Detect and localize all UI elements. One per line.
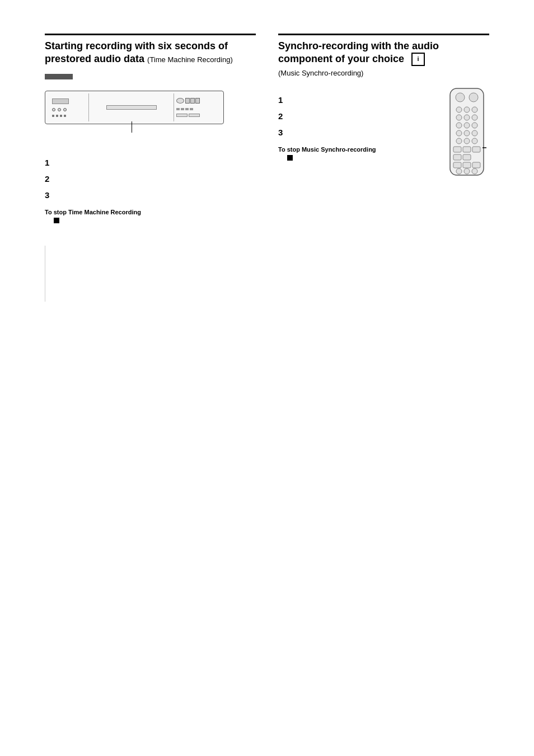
svg-point-5 <box>472 107 477 112</box>
right-section-heading: Synchro-recording with the audio compone… <box>278 34 489 78</box>
svg-point-26 <box>456 168 462 174</box>
device-box <box>45 91 224 124</box>
left-stop-detail <box>54 218 256 223</box>
left-heading-normal: (Time Machine Recording) <box>147 55 233 64</box>
step-num-3: 3 <box>45 190 54 200</box>
right-heading-normal: (Music Synchro-recording) <box>278 69 363 77</box>
left-step-3: 3 <box>45 190 256 200</box>
svg-point-14 <box>472 130 477 136</box>
svg-point-4 <box>464 107 470 112</box>
device-center-panel <box>89 93 174 121</box>
right-step-2: 2 <box>278 111 433 121</box>
svg-point-3 <box>456 107 462 112</box>
svg-point-7 <box>464 115 470 120</box>
svg-rect-19 <box>463 147 471 152</box>
svg-point-10 <box>464 123 470 128</box>
step-num-2: 2 <box>45 174 54 184</box>
left-section-heading: Starting recording with six seconds of p… <box>45 34 256 65</box>
svg-point-27 <box>464 168 470 174</box>
left-divider-bar <box>45 74 73 79</box>
left-stop-label: To stop Time Machine Recording <box>45 209 256 215</box>
right-step-num-2: 2 <box>278 111 287 121</box>
svg-rect-21 <box>453 154 461 160</box>
right-heading-text: Synchro-recording with the audio compone… <box>278 40 489 78</box>
svg-rect-22 <box>463 154 471 160</box>
right-stop-detail <box>287 155 433 161</box>
svg-rect-24 <box>463 162 471 168</box>
left-steps: 1 2 3 <box>45 158 256 200</box>
left-step-1: 1 <box>45 158 256 167</box>
device-dot-2 <box>58 108 61 111</box>
svg-point-11 <box>472 123 477 128</box>
bottom-page-area <box>45 246 489 302</box>
left-stop-square-icon <box>54 218 59 223</box>
connector-line <box>132 121 132 133</box>
remote-svg <box>444 87 489 177</box>
svg-point-15 <box>456 138 462 144</box>
device-dot-3 <box>63 108 67 111</box>
right-step-1: 1 <box>278 95 433 105</box>
remote-illustration <box>444 87 489 179</box>
svg-point-13 <box>464 130 470 136</box>
svg-point-6 <box>456 115 462 120</box>
left-column: Starting recording with six seconds of p… <box>45 34 256 223</box>
svg-rect-20 <box>472 147 480 152</box>
svg-rect-25 <box>472 162 480 168</box>
left-heading-text: Starting recording with six seconds of p… <box>45 40 256 65</box>
left-stop-instruction: To stop Time Machine Recording <box>45 209 256 223</box>
tape-slot <box>106 105 157 110</box>
svg-point-8 <box>472 115 477 120</box>
svg-point-17 <box>472 138 477 144</box>
svg-point-16 <box>464 138 470 144</box>
left-step-2: 2 <box>45 174 256 184</box>
page: Starting recording with six seconds of p… <box>0 0 534 756</box>
right-stop-square-icon <box>287 155 293 161</box>
step-num-1: 1 <box>45 158 54 167</box>
right-column: Synchro-recording with the audio compone… <box>278 34 489 223</box>
right-heading-bold: Synchro-recording with the audio compone… <box>278 40 439 64</box>
device-illustration <box>45 91 256 141</box>
device-right-panel <box>174 93 219 121</box>
svg-point-1 <box>456 93 465 102</box>
device-lcd <box>52 98 69 104</box>
svg-point-12 <box>456 130 462 136</box>
right-step-num-1: 1 <box>278 95 287 105</box>
svg-point-28 <box>472 168 477 174</box>
svg-rect-18 <box>453 147 461 152</box>
svg-point-2 <box>469 93 478 102</box>
right-step-3: 3 <box>278 128 433 137</box>
note-icon: i <box>411 53 425 66</box>
svg-point-9 <box>456 123 462 128</box>
device-dot-1 <box>52 108 55 111</box>
two-column-layout: Starting recording with six seconds of p… <box>45 34 489 223</box>
device-left-panel <box>50 93 89 121</box>
svg-rect-23 <box>453 162 461 168</box>
right-step-num-3: 3 <box>278 128 287 137</box>
